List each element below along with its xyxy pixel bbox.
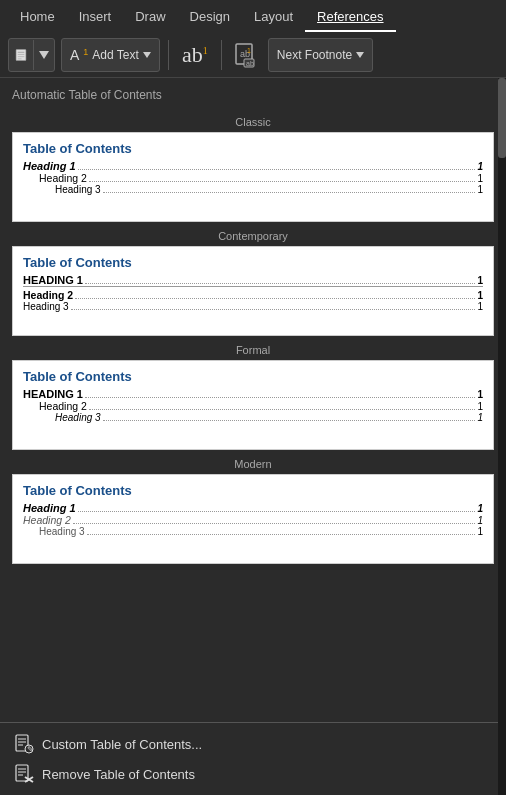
next-footnote-dropdown-icon [356, 52, 364, 58]
modern-h1: Heading 1 1 [23, 502, 483, 514]
contemporary-title: Table of Contents [23, 255, 483, 270]
ribbon-tabs: Home Insert Draw Design Layout Reference… [0, 0, 506, 32]
formal-h2-dots [89, 409, 476, 410]
modern-h3-dots [87, 534, 476, 535]
add-text-dropdown-icon [143, 52, 151, 58]
modern-title: Table of Contents [23, 483, 483, 498]
classic-title: Table of Contents [23, 141, 483, 156]
svg-text:ab: ab [246, 60, 254, 67]
toc-button[interactable] [8, 38, 55, 72]
remove-toc-label: Remove Table of Contents [42, 767, 195, 782]
toolbar: A 1 Add Text ab1 ab 1 ab Next Footnote [0, 32, 506, 78]
add-text-label: Add Text [92, 48, 138, 62]
remove-toc-icon [14, 764, 34, 784]
modern-h3: Heading 3 1 [23, 526, 483, 537]
contemporary-h1-dots [85, 283, 476, 284]
contemporary-h2-dots [75, 298, 475, 299]
svg-marker-5 [39, 51, 49, 59]
svg-text:✎: ✎ [27, 745, 34, 754]
footnote-icon: ab 1 ab [230, 43, 262, 67]
next-footnote-button[interactable]: Next Footnote [268, 38, 373, 72]
classic-h3: Heading 3 1 [23, 184, 483, 195]
contemporary-h3-dots [71, 309, 476, 310]
add-text-icon: A [70, 47, 79, 63]
custom-toc-icon: ✎ [14, 734, 34, 754]
formal-h3-dots [103, 420, 476, 421]
toc-card-modern[interactable]: Table of Contents Heading 1 1 Heading 2 … [12, 474, 494, 564]
ab-text: ab1 [182, 42, 208, 68]
classic-h2-dots [89, 181, 476, 182]
formal-h3: Heading 3 1 [23, 412, 483, 423]
section-label-classic: Classic [12, 116, 494, 128]
modern-h2-dots [73, 523, 476, 524]
toolbar-divider-1 [168, 40, 169, 70]
svg-text:1: 1 [247, 47, 251, 54]
contemporary-h2: Heading 2 1 [23, 289, 483, 301]
svg-marker-6 [143, 52, 151, 58]
custom-toc-label: Custom Table of Contents... [42, 737, 202, 752]
toc-card-classic[interactable]: Table of Contents Heading 1 1 Heading 2 … [12, 132, 494, 222]
classic-h1-dots [78, 169, 476, 170]
bottom-bar: ✎ Custom Table of Contents... Remove Tab… [0, 722, 506, 795]
modern-h1-dots [78, 511, 476, 512]
custom-toc-button[interactable]: ✎ Custom Table of Contents... [10, 729, 496, 759]
formal-h1: HEADING 1 1 [23, 388, 483, 400]
tab-insert[interactable]: Insert [67, 3, 124, 32]
remove-toc-button[interactable]: Remove Table of Contents [10, 759, 496, 789]
tab-draw[interactable]: Draw [123, 3, 177, 32]
toc-card-contemporary[interactable]: Table of Contents HEADING 1 1 Heading 2 … [12, 246, 494, 336]
tab-home[interactable]: Home [8, 3, 67, 32]
section-label-formal: Formal [12, 344, 494, 356]
auto-toc-title: Automatic Table of Contents [12, 84, 494, 110]
toc-preview-area: Automatic Table of Contents Classic Tabl… [0, 78, 506, 735]
tab-references[interactable]: References [305, 3, 395, 32]
ab-preview: ab1 [177, 37, 213, 73]
formal-h1-dots [85, 397, 476, 398]
classic-h3-dots [103, 192, 476, 193]
toc-card-formal[interactable]: Table of Contents HEADING 1 1 Heading 2 … [12, 360, 494, 450]
toc-icon [9, 43, 33, 67]
formal-title: Table of Contents [23, 369, 483, 384]
toc-dropdown-arrow[interactable] [34, 47, 54, 63]
modern-h2: Heading 2 1 [23, 514, 483, 526]
contemporary-h3: Heading 3 1 [23, 301, 483, 312]
toolbar-divider-2 [221, 40, 222, 70]
section-label-modern: Modern [12, 458, 494, 470]
add-text-button[interactable]: A 1 Add Text [61, 38, 160, 72]
section-label-contemporary: Contemporary [12, 230, 494, 242]
contemporary-h1: HEADING 1 1 [23, 274, 483, 287]
formal-h2: Heading 2 1 [23, 400, 483, 412]
next-footnote-label: Next Footnote [277, 48, 352, 62]
scrollbar-track[interactable] [498, 78, 506, 795]
tab-design[interactable]: Design [178, 3, 242, 32]
classic-h2: Heading 2 1 [23, 172, 483, 184]
tab-layout[interactable]: Layout [242, 3, 305, 32]
svg-marker-12 [356, 52, 364, 58]
scrollbar-thumb[interactable] [498, 78, 506, 158]
classic-h1: Heading 1 1 [23, 160, 483, 172]
